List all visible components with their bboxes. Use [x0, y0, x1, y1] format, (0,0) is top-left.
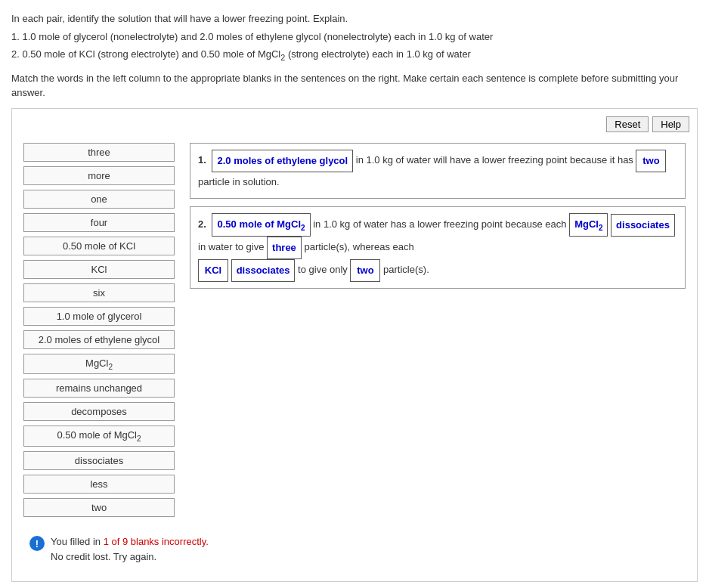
- blank-2-2[interactable]: MgCl2: [569, 213, 608, 237]
- word-six[interactable]: six: [23, 283, 175, 302]
- reset-button[interactable]: Reset: [606, 116, 649, 132]
- sentence-2-number: 2.: [198, 218, 206, 230]
- blank-2-5[interactable]: KCl: [198, 259, 228, 282]
- top-buttons-area: Reset Help: [606, 116, 689, 132]
- word-one[interactable]: one: [23, 190, 175, 209]
- blank-2-1[interactable]: 0.50 mole of MgCl2: [212, 213, 310, 237]
- blank-2-3[interactable]: dissociates: [611, 214, 675, 237]
- word-three[interactable]: three: [23, 143, 175, 162]
- word-10-glycerol[interactable]: 1.0 mole of glycerol: [23, 307, 175, 326]
- blank-1-1[interactable]: 2.0 moles of ethylene glycol: [212, 150, 353, 172]
- intro-text: In each pair, identify the solution that…: [11, 11, 698, 26]
- sentence-2-box: 2. 0.50 mole of MgCl2 in 1.0 kg of water…: [190, 206, 686, 289]
- feedback-incorrect-count: 1 of 9 blanks incorrectly.: [104, 536, 209, 547]
- feedback-text: You filled in 1 of 9 blanks incorrectly.…: [51, 534, 209, 564]
- sentence-2-text5: particle(s).: [383, 265, 429, 276]
- blank-2-6[interactable]: dissociates: [231, 259, 296, 282]
- instructions-section: In each pair, identify the solution that…: [11, 11, 698, 63]
- sentence-1-text2: particle in solution.: [198, 176, 280, 187]
- feedback-area: ! You filled in 1 of 9 blanks incorrectl…: [23, 528, 686, 570]
- sentence-2-text1: in 1.0 kg of water has a lower freezing …: [313, 218, 569, 230]
- word-remains-unchanged[interactable]: remains unchanged: [23, 379, 175, 398]
- feedback-line2: No credit lost. Try again.: [51, 549, 209, 565]
- match-instruction: Match the words in the left column to th…: [11, 71, 698, 101]
- blank-2-7[interactable]: two: [350, 259, 380, 282]
- main-container: Reset Help three more one four 0.50 mole…: [11, 108, 698, 582]
- content-area: three more one four 0.50 mole of KCl KCl…: [23, 143, 686, 517]
- word-kcl[interactable]: KCl: [23, 260, 175, 279]
- word-two[interactable]: two: [23, 498, 175, 517]
- blank-1-2[interactable]: two: [636, 150, 666, 172]
- sentence-2-text2: in water to give: [198, 242, 267, 253]
- word-less[interactable]: less: [23, 475, 175, 494]
- word-20-ethylene[interactable]: 2.0 moles of ethylene glycol: [23, 330, 175, 349]
- word-050-mgcl2[interactable]: 0.50 mole of MgCl2: [23, 426, 175, 447]
- sentences-area: 1. 2.0 moles of ethylene glycol in 1.0 k…: [190, 143, 686, 517]
- word-dissociates[interactable]: dissociates: [23, 451, 175, 470]
- sentence-1-box: 1. 2.0 moles of ethylene glycol in 1.0 k…: [190, 143, 686, 199]
- feedback-line1: You filled in 1 of 9 blanks incorrectly.: [51, 534, 209, 549]
- word-bank: three more one four 0.50 mole of KCl KCl…: [23, 143, 175, 517]
- item1-text: 1. 1.0 mole of glycerol (nonelectrolyte)…: [11, 29, 698, 45]
- sentence-1-number: 1.: [198, 154, 206, 166]
- feedback-icon: !: [29, 536, 45, 551]
- blank-2-4[interactable]: three: [267, 237, 302, 259]
- sentence-2-text4: to give only: [298, 265, 350, 276]
- sentence-1-text1: in 1.0 kg of water will have a lower fre…: [356, 154, 636, 166]
- sentence-2-text3: particle(s), whereas each: [304, 242, 413, 253]
- item2-text: 2. 0.50 mole of KCl (strong electrolyte)…: [11, 47, 698, 63]
- word-more[interactable]: more: [23, 166, 175, 185]
- word-four[interactable]: four: [23, 213, 175, 232]
- help-button[interactable]: Help: [652, 116, 689, 132]
- word-decomposes[interactable]: decomposes: [23, 402, 175, 421]
- word-mgcl2[interactable]: MgCl2: [23, 354, 175, 375]
- word-050-kcl[interactable]: 0.50 mole of KCl: [23, 237, 175, 255]
